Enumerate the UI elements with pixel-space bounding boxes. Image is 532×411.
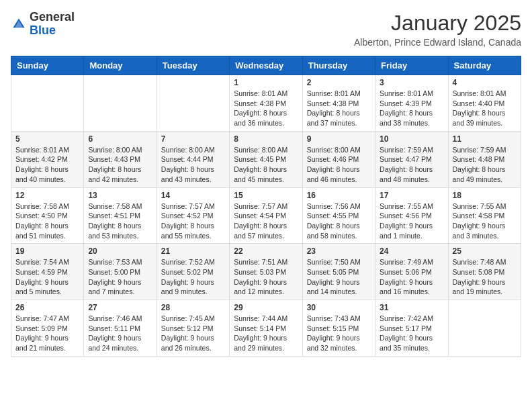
weekday-header-monday: Monday	[84, 56, 157, 75]
weekday-header-saturday: Saturday	[448, 56, 521, 75]
calendar-cell	[157, 75, 229, 132]
weekday-header-sunday: Sunday	[11, 56, 84, 75]
calendar-cell	[11, 75, 84, 132]
title-block: January 2025 Alberton, Prince Edward Isl…	[354, 11, 521, 48]
day-info: Sunrise: 7:59 AM Sunset: 4:47 PM Dayligh…	[380, 145, 443, 185]
calendar-cell: 27Sunrise: 7:46 AM Sunset: 5:11 PM Dayli…	[84, 300, 157, 357]
day-number: 30	[307, 303, 371, 312]
calendar-cell: 2Sunrise: 8:01 AM Sunset: 4:38 PM Daylig…	[302, 75, 375, 132]
day-number: 4	[453, 78, 517, 87]
weekday-header-row: SundayMondayTuesdayWednesdayThursdayFrid…	[11, 56, 521, 75]
logo: General Blue	[11, 11, 75, 38]
day-number: 22	[234, 246, 298, 256]
location: Alberton, Prince Edward Island, Canada	[354, 37, 521, 48]
day-info: Sunrise: 8:00 AM Sunset: 4:45 PM Dayligh…	[234, 145, 298, 185]
day-info: Sunrise: 8:01 AM Sunset: 4:42 PM Dayligh…	[15, 145, 79, 185]
day-number: 14	[161, 191, 225, 200]
day-info: Sunrise: 7:43 AM Sunset: 5:15 PM Dayligh…	[307, 314, 371, 353]
calendar-cell: 8Sunrise: 8:00 AM Sunset: 4:45 PM Daylig…	[230, 131, 302, 187]
day-info: Sunrise: 8:01 AM Sunset: 4:39 PM Dayligh…	[380, 89, 443, 128]
calendar-cell	[84, 75, 157, 132]
weekday-header-thursday: Thursday	[302, 56, 375, 75]
day-info: Sunrise: 7:55 AM Sunset: 4:56 PM Dayligh…	[380, 201, 443, 241]
day-info: Sunrise: 7:48 AM Sunset: 5:08 PM Dayligh…	[453, 257, 517, 297]
calendar-cell: 12Sunrise: 7:58 AM Sunset: 4:50 PM Dayli…	[11, 187, 84, 244]
day-number: 10	[380, 134, 443, 144]
calendar-cell: 26Sunrise: 7:47 AM Sunset: 5:09 PM Dayli…	[11, 300, 84, 357]
calendar-cell: 6Sunrise: 8:00 AM Sunset: 4:43 PM Daylig…	[84, 131, 157, 187]
day-info: Sunrise: 7:55 AM Sunset: 4:58 PM Dayligh…	[453, 201, 517, 241]
day-info: Sunrise: 7:58 AM Sunset: 4:50 PM Dayligh…	[15, 201, 79, 241]
day-number: 12	[15, 191, 79, 200]
calendar-cell: 10Sunrise: 7:59 AM Sunset: 4:47 PM Dayli…	[375, 131, 448, 187]
calendar-cell: 9Sunrise: 8:00 AM Sunset: 4:46 PM Daylig…	[302, 131, 375, 187]
day-number: 17	[380, 191, 443, 200]
day-info: Sunrise: 7:59 AM Sunset: 4:48 PM Dayligh…	[453, 145, 517, 185]
calendar-cell	[448, 300, 521, 357]
day-info: Sunrise: 7:57 AM Sunset: 4:52 PM Dayligh…	[161, 201, 225, 241]
day-info: Sunrise: 8:00 AM Sunset: 4:44 PM Dayligh…	[161, 145, 225, 185]
day-info: Sunrise: 7:54 AM Sunset: 4:59 PM Dayligh…	[15, 257, 79, 297]
calendar-cell: 13Sunrise: 7:58 AM Sunset: 4:51 PM Dayli…	[84, 187, 157, 244]
day-number: 24	[380, 246, 443, 256]
calendar-week-3: 19Sunrise: 7:54 AM Sunset: 4:59 PM Dayli…	[11, 244, 521, 300]
day-info: Sunrise: 7:52 AM Sunset: 5:02 PM Dayligh…	[161, 257, 225, 297]
calendar-cell: 23Sunrise: 7:50 AM Sunset: 5:05 PM Dayli…	[302, 244, 375, 300]
day-info: Sunrise: 7:46 AM Sunset: 5:11 PM Dayligh…	[88, 314, 152, 353]
day-number: 29	[234, 303, 298, 312]
day-number: 31	[380, 303, 443, 312]
day-info: Sunrise: 8:01 AM Sunset: 4:40 PM Dayligh…	[453, 89, 517, 128]
page-header: General Blue January 2025 Alberton, Prin…	[11, 11, 521, 48]
weekday-header-friday: Friday	[375, 56, 448, 75]
day-number: 25	[453, 246, 517, 256]
day-info: Sunrise: 7:47 AM Sunset: 5:09 PM Dayligh…	[15, 314, 79, 353]
day-number: 20	[88, 246, 152, 256]
calendar-cell: 16Sunrise: 7:56 AM Sunset: 4:55 PM Dayli…	[302, 187, 375, 244]
calendar-cell: 11Sunrise: 7:59 AM Sunset: 4:48 PM Dayli…	[448, 131, 521, 187]
day-info: Sunrise: 7:50 AM Sunset: 5:05 PM Dayligh…	[307, 257, 371, 297]
calendar-cell: 5Sunrise: 8:01 AM Sunset: 4:42 PM Daylig…	[11, 131, 84, 187]
calendar-cell: 28Sunrise: 7:45 AM Sunset: 5:12 PM Dayli…	[157, 300, 229, 357]
calendar-table: SundayMondayTuesdayWednesdayThursdayFrid…	[11, 56, 521, 357]
calendar-cell: 7Sunrise: 8:00 AM Sunset: 4:44 PM Daylig…	[157, 131, 229, 187]
day-info: Sunrise: 8:01 AM Sunset: 4:38 PM Dayligh…	[234, 89, 298, 128]
calendar-cell: 17Sunrise: 7:55 AM Sunset: 4:56 PM Dayli…	[375, 187, 448, 244]
day-number: 28	[161, 303, 225, 312]
calendar-week-0: 1Sunrise: 8:01 AM Sunset: 4:38 PM Daylig…	[11, 75, 521, 132]
day-number: 5	[15, 134, 79, 144]
day-info: Sunrise: 7:53 AM Sunset: 5:00 PM Dayligh…	[88, 257, 152, 297]
calendar-cell: 25Sunrise: 7:48 AM Sunset: 5:08 PM Dayli…	[448, 244, 521, 300]
day-number: 7	[161, 134, 225, 144]
calendar-cell: 18Sunrise: 7:55 AM Sunset: 4:58 PM Dayli…	[448, 187, 521, 244]
calendar-week-4: 26Sunrise: 7:47 AM Sunset: 5:09 PM Dayli…	[11, 300, 521, 357]
day-number: 8	[234, 134, 298, 144]
day-info: Sunrise: 7:56 AM Sunset: 4:55 PM Dayligh…	[307, 201, 371, 241]
calendar-cell: 19Sunrise: 7:54 AM Sunset: 4:59 PM Dayli…	[11, 244, 84, 300]
calendar-cell: 29Sunrise: 7:44 AM Sunset: 5:14 PM Dayli…	[230, 300, 302, 357]
month-title: January 2025	[354, 11, 521, 36]
day-number: 9	[307, 134, 371, 144]
day-info: Sunrise: 7:44 AM Sunset: 5:14 PM Dayligh…	[234, 314, 298, 353]
day-number: 11	[453, 134, 517, 144]
logo-text: General Blue	[30, 11, 75, 38]
day-number: 3	[380, 78, 443, 87]
calendar-cell: 24Sunrise: 7:49 AM Sunset: 5:06 PM Dayli…	[375, 244, 448, 300]
day-info: Sunrise: 8:00 AM Sunset: 4:43 PM Dayligh…	[88, 145, 152, 185]
day-info: Sunrise: 8:00 AM Sunset: 4:46 PM Dayligh…	[307, 145, 371, 185]
calendar-week-2: 12Sunrise: 7:58 AM Sunset: 4:50 PM Dayli…	[11, 187, 521, 244]
day-number: 23	[307, 246, 371, 256]
day-number: 15	[234, 191, 298, 200]
calendar-cell: 21Sunrise: 7:52 AM Sunset: 5:02 PM Dayli…	[157, 244, 229, 300]
day-info: Sunrise: 7:58 AM Sunset: 4:51 PM Dayligh…	[88, 201, 152, 241]
day-info: Sunrise: 7:57 AM Sunset: 4:54 PM Dayligh…	[234, 201, 298, 241]
day-number: 21	[161, 246, 225, 256]
weekday-header-tuesday: Tuesday	[157, 56, 229, 75]
day-number: 2	[307, 78, 371, 87]
day-number: 26	[15, 303, 79, 312]
day-info: Sunrise: 8:01 AM Sunset: 4:38 PM Dayligh…	[307, 89, 371, 128]
day-number: 1	[234, 78, 298, 87]
calendar-cell: 20Sunrise: 7:53 AM Sunset: 5:00 PM Dayli…	[84, 244, 157, 300]
calendar-cell: 3Sunrise: 8:01 AM Sunset: 4:39 PM Daylig…	[375, 75, 448, 132]
calendar-cell: 31Sunrise: 7:42 AM Sunset: 5:17 PM Dayli…	[375, 300, 448, 357]
day-number: 16	[307, 191, 371, 200]
